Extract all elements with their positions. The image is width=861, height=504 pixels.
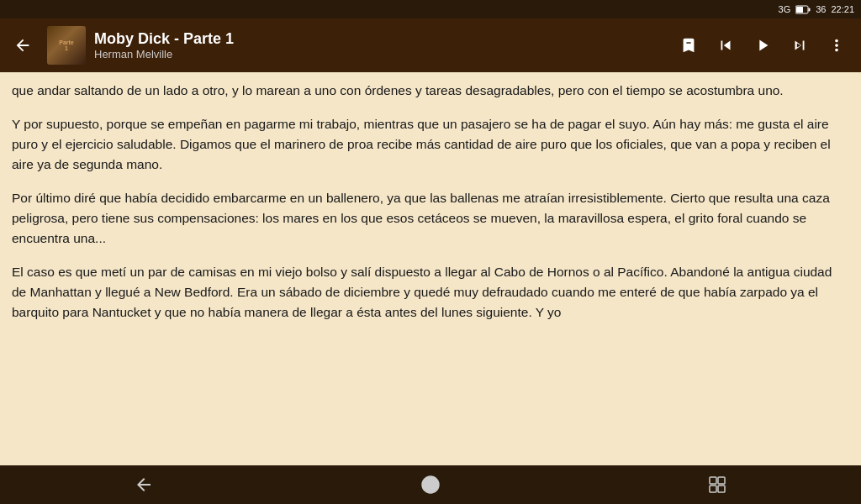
skip-previous-button[interactable] xyxy=(708,29,743,61)
bottom-nav xyxy=(0,465,861,504)
paragraph-4: El caso es que metí un par de camisas en… xyxy=(12,262,849,323)
nav-back-button[interactable] xyxy=(117,468,171,501)
battery-icon xyxy=(795,5,811,14)
album-art: Parte1 xyxy=(47,26,86,65)
book-text: que andar saltando de un lado a otro, y … xyxy=(12,81,849,323)
toolbar-actions xyxy=(671,29,854,61)
paragraph-2: Y por supuesto, porque se empeñan en pag… xyxy=(12,114,849,175)
nav-home-button[interactable] xyxy=(404,468,457,501)
time-display: 22:21 xyxy=(831,4,854,14)
nav-recent-button[interactable] xyxy=(690,468,744,501)
book-title: Moby Dick - Parte 1 xyxy=(94,30,663,48)
bookmark-button[interactable] xyxy=(671,29,706,61)
back-button[interactable] xyxy=(7,29,39,61)
content-area: que andar saltando de un lado a otro, y … xyxy=(0,72,861,465)
paragraph-1: que andar saltando de un lado a otro, y … xyxy=(12,81,849,101)
svg-rect-6 xyxy=(718,477,725,484)
more-options-button[interactable] xyxy=(819,29,854,61)
battery-level: 36 xyxy=(816,4,826,14)
skip-next-button[interactable] xyxy=(782,29,817,61)
book-author: Herman Melville xyxy=(94,48,663,60)
svg-rect-2 xyxy=(809,8,811,11)
status-bar: 3G 36 22:21 xyxy=(0,0,861,18)
svg-point-4 xyxy=(422,476,439,493)
signal-text: 3G xyxy=(779,4,791,14)
svg-rect-5 xyxy=(710,477,716,484)
play-button[interactable] xyxy=(745,29,780,61)
svg-rect-1 xyxy=(796,7,803,13)
album-art-label: Parte1 xyxy=(57,38,76,53)
svg-rect-8 xyxy=(718,486,725,492)
paragraph-3: Por último diré que había decidido embar… xyxy=(12,188,849,249)
svg-rect-7 xyxy=(710,486,716,492)
svg-rect-3 xyxy=(686,42,691,43)
toolbar: Parte1 Moby Dick - Parte 1 Herman Melvil… xyxy=(0,18,861,72)
book-info: Moby Dick - Parte 1 Herman Melville xyxy=(94,30,663,60)
